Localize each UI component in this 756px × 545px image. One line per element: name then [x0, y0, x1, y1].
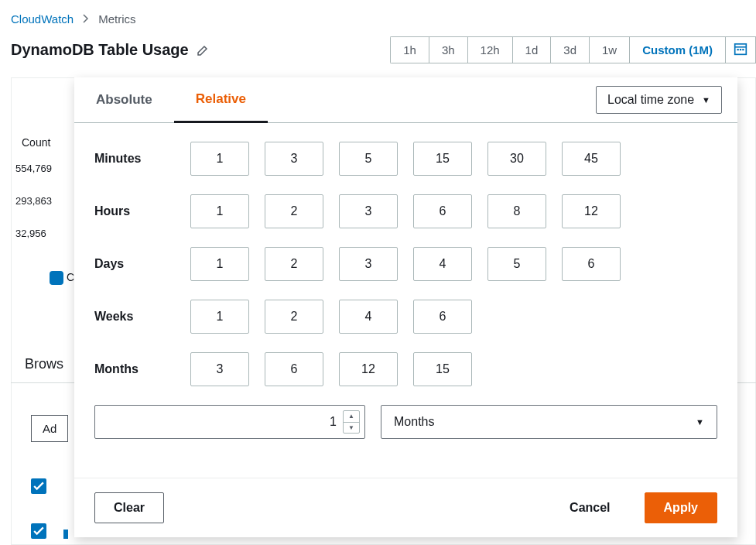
cancel-button[interactable]: Cancel	[551, 493, 628, 523]
preset-button[interactable]: 4	[413, 247, 472, 281]
popup-footer: Clear Cancel Apply	[74, 478, 737, 537]
preset-button[interactable]: 1	[190, 194, 249, 228]
row-minutes: Minutes 1 3 5 15 30 45	[94, 142, 717, 176]
range-1h[interactable]: 1h	[391, 37, 429, 63]
preset-button[interactable]: 1	[190, 300, 249, 334]
row-months: Months 3 6 12 15	[94, 352, 717, 386]
range-3h[interactable]: 3h	[429, 37, 468, 63]
custom-value-input[interactable]: 1 ▲ ▼	[94, 405, 365, 439]
custom-unit-select[interactable]: Months ▼	[381, 405, 717, 439]
time-range-popup: Absolute Relative Local time zone ▼ Minu…	[74, 77, 737, 537]
legend-color-chip	[50, 271, 63, 285]
preset-button[interactable]: 2	[265, 194, 323, 228]
y-tick: 293,863	[15, 195, 52, 207]
chevron-right-icon	[83, 12, 89, 26]
calendar-button[interactable]	[726, 36, 756, 63]
range-1w[interactable]: 1w	[590, 37, 630, 63]
range-3d[interactable]: 3d	[551, 37, 590, 63]
preset-button[interactable]: 1	[190, 247, 249, 281]
preset-button[interactable]: 12	[562, 194, 621, 228]
preset-button[interactable]: 3	[339, 194, 398, 228]
timezone-select[interactable]: Local time zone ▼	[596, 86, 722, 114]
relative-body: Minutes 1 3 5 15 30 45 Hours 1 2 3 6 8 1…	[74, 123, 737, 478]
preset-button[interactable]: 3	[265, 142, 323, 176]
preset-button[interactable]: 5	[487, 247, 546, 281]
row-hours: Hours 1 2 3 6 8 12	[94, 194, 717, 228]
header-row: DynamoDB Table Usage 1h 3h 12h 1d 3d 1w …	[0, 33, 756, 70]
range-12h[interactable]: 12h	[468, 37, 513, 63]
preset-button[interactable]: 6	[265, 352, 323, 386]
series-color-bar	[63, 530, 68, 539]
chevron-down-icon: ▼	[702, 95, 710, 105]
browse-section-title: Brows	[25, 356, 63, 372]
chevron-down-icon: ▼	[696, 417, 704, 427]
popup-tabs: Absolute Relative Local time zone ▼	[74, 77, 737, 123]
breadcrumb: CloudWatch Metrics	[0, 0, 756, 33]
preset-button[interactable]: 5	[339, 142, 398, 176]
svg-rect-4	[742, 49, 744, 50]
tab-absolute[interactable]: Absolute	[74, 78, 174, 122]
preset-button[interactable]: 45	[562, 142, 621, 176]
y-axis-label: Count	[22, 136, 50, 149]
custom-range-row: 1 ▲ ▼ Months ▼	[94, 405, 717, 439]
tab-relative[interactable]: Relative	[174, 77, 268, 123]
preset-button[interactable]: 3	[190, 352, 249, 386]
preset-button[interactable]: 8	[487, 194, 546, 228]
row-label: Months	[94, 362, 175, 376]
svg-rect-3	[740, 49, 741, 50]
preset-button[interactable]: 6	[562, 247, 621, 281]
preset-button[interactable]: 12	[339, 352, 398, 386]
custom-unit-label: Months	[394, 415, 434, 429]
preset-button[interactable]: 1	[190, 142, 249, 176]
range-custom[interactable]: Custom (1M)	[630, 37, 726, 63]
preset-button[interactable]: 30	[487, 142, 546, 176]
row-days: Days 1 2 3 4 5 6	[94, 247, 717, 281]
clear-button[interactable]: Clear	[94, 492, 164, 523]
apply-button[interactable]: Apply	[645, 492, 717, 523]
time-range-tabs: 1h 3h 12h 1d 3d 1w Custom (1M)	[390, 36, 726, 63]
calendar-icon	[734, 42, 747, 58]
edit-icon[interactable]	[197, 44, 209, 57]
stepper-up-icon[interactable]: ▲	[344, 411, 359, 423]
breadcrumb-root[interactable]: CloudWatch	[11, 12, 74, 26]
preset-button[interactable]: 2	[265, 247, 323, 281]
metric-checkbox[interactable]	[31, 478, 46, 494]
stepper-down-icon[interactable]: ▼	[344, 423, 359, 434]
timezone-label: Local time zone	[607, 93, 694, 107]
row-label: Days	[94, 257, 175, 271]
svg-rect-2	[737, 49, 739, 50]
add-button[interactable]: Ad	[31, 415, 68, 442]
range-1d[interactable]: 1d	[513, 37, 552, 63]
metric-checkbox[interactable]	[31, 523, 46, 539]
preset-button[interactable]: 6	[413, 300, 472, 334]
y-tick: 554,769	[15, 163, 52, 174]
preset-button[interactable]: 4	[339, 300, 398, 334]
custom-value: 1	[330, 415, 337, 429]
quantity-stepper[interactable]: ▲ ▼	[343, 410, 360, 434]
legend-label: C	[67, 271, 74, 283]
preset-button[interactable]: 6	[413, 194, 472, 228]
page-title: DynamoDB Table Usage	[11, 41, 189, 59]
row-label: Hours	[94, 204, 175, 218]
preset-button[interactable]: 15	[413, 352, 472, 386]
preset-button[interactable]: 15	[413, 142, 472, 176]
breadcrumb-current: Metrics	[98, 12, 135, 26]
preset-button[interactable]: 2	[265, 300, 323, 334]
row-weeks: Weeks 1 2 4 6	[94, 300, 717, 334]
preset-button[interactable]: 3	[339, 247, 398, 281]
row-label: Weeks	[94, 310, 175, 324]
row-label: Minutes	[94, 152, 175, 166]
y-tick: 32,956	[15, 228, 46, 239]
